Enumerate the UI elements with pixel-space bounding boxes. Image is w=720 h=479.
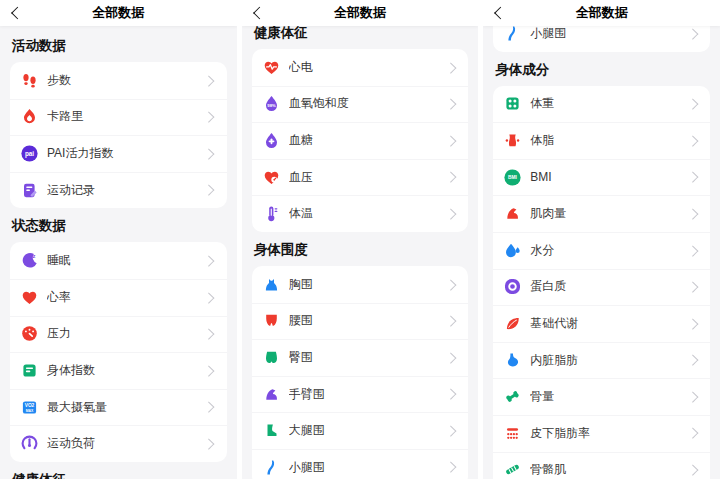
svg-text:BMI: BMI <box>508 175 517 180</box>
spo2-drop-icon: 98% <box>263 95 280 112</box>
list-item[interactable]: 压力 <box>10 316 227 353</box>
list-item-label: 血糖 <box>289 132 447 149</box>
list-item[interactable]: 内脏脂肪 <box>493 342 710 379</box>
chevron-right-icon <box>687 318 698 329</box>
list-item-label: 骨骼肌 <box>530 461 688 478</box>
chevron-right-icon <box>204 148 215 159</box>
arm-icon <box>263 386 280 403</box>
list-item[interactable]: 血糖 <box>252 122 469 159</box>
list-item[interactable]: 蛋白质 <box>493 269 710 306</box>
list-item-label: 臀围 <box>289 349 447 366</box>
chevron-left-icon[interactable] <box>253 7 266 20</box>
vo2max-icon: VO2MAX <box>21 399 38 416</box>
list-item[interactable]: 体温 <box>252 195 469 232</box>
card: 心电98%血氧饱和度血糖血压体温 <box>252 49 469 232</box>
chevron-left-icon[interactable] <box>11 7 24 20</box>
list-item[interactable]: 体重 <box>493 86 710 123</box>
header: 全部数据 <box>483 0 720 26</box>
phone-screen: 全部数据健康体征心电98%血氧饱和度血糖血压体温身体围度胸围腰围臀围手臂围大腿围… <box>242 0 479 479</box>
chevron-right-icon <box>687 428 698 439</box>
card: 体重体脂BMIBMI肌肉量水分蛋白质基础代谢内脏脂肪骨量皮下脂肪率骨骼肌 <box>493 86 710 479</box>
list-item-label: 压力 <box>47 325 205 342</box>
metabolism-leaf-icon <box>504 315 521 332</box>
list-item-label: 水分 <box>530 242 688 259</box>
chevron-right-icon <box>687 135 698 146</box>
list-item[interactable]: 肌肉量 <box>493 195 710 232</box>
list-item[interactable]: 腰围 <box>252 303 469 340</box>
stress-icon <box>21 325 38 342</box>
heart-icon <box>21 289 38 306</box>
card: 胸围腰围臀围手臂围大腿围小腿围 <box>252 266 469 479</box>
chevron-right-icon <box>204 292 215 303</box>
protein-icon <box>504 278 521 295</box>
list-item[interactable]: 皮下脂肪率 <box>493 415 710 452</box>
chevron-right-icon <box>687 282 698 293</box>
chevron-right-icon <box>687 391 698 402</box>
list-item[interactable]: 水分 <box>493 232 710 269</box>
list-item-label: 体温 <box>289 205 447 222</box>
list-item-label: 血压 <box>289 169 447 186</box>
bmi-icon: BMI <box>504 169 521 186</box>
list-item-label: 内脏脂肪 <box>530 352 688 369</box>
workout-record-icon <box>21 182 38 199</box>
section-title: 身体成分 <box>495 62 708 78</box>
chevron-right-icon <box>687 245 698 256</box>
chevron-right-icon <box>445 279 456 290</box>
list-item[interactable]: 手臂围 <box>252 376 469 413</box>
list-item[interactable]: 运动记录 <box>10 172 227 209</box>
app: 全部数据活动数据步数卡路里paiPAI活力指数运动记录状态数据z睡眠心率压力身体… <box>0 0 720 479</box>
list-item-label: BMI <box>530 170 688 184</box>
list-item-label: 体重 <box>530 95 688 112</box>
calf-icon <box>504 25 521 42</box>
list-item[interactable]: 身体指数 <box>10 352 227 389</box>
list-item-label: 手臂围 <box>289 386 447 403</box>
chevron-right-icon <box>204 402 215 413</box>
list-item[interactable]: 运动负荷 <box>10 425 227 462</box>
list-item[interactable]: 臀围 <box>252 339 469 376</box>
list-item-label: 腰围 <box>289 312 447 329</box>
visceral-fat-icon <box>504 352 521 369</box>
scroll-content: 小腿围身体成分体重体脂BMIBMI肌肉量水分蛋白质基础代谢内脏脂肪骨量皮下脂肪率… <box>483 3 720 479</box>
list-item[interactable]: 血压 <box>252 159 469 196</box>
list-item-label: 最大摄氧量 <box>47 399 205 416</box>
list-item[interactable]: 卡路里 <box>10 99 227 136</box>
scroll-content: 活动数据步数卡路里paiPAI活力指数运动记录状态数据z睡眠心率压力身体指数VO… <box>0 26 237 479</box>
list-item-label: 皮下脂肪率 <box>530 425 688 442</box>
list-item[interactable]: 骨量 <box>493 378 710 415</box>
section-title: 健康体征 <box>254 25 467 41</box>
list-item[interactable]: z睡眠 <box>10 242 227 279</box>
list-item-label: 心率 <box>47 289 205 306</box>
body-fat-icon <box>504 132 521 149</box>
list-item[interactable]: 基础代谢 <box>493 305 710 342</box>
list-item[interactable]: 体脂 <box>493 122 710 159</box>
chevron-right-icon <box>204 112 215 123</box>
svg-text:pai: pai <box>25 150 34 158</box>
list-item-label: 小腿围 <box>289 459 447 476</box>
calf-icon <box>263 459 280 476</box>
list-item[interactable]: 骨骼肌 <box>493 452 710 479</box>
chevron-right-icon <box>204 75 215 86</box>
thigh-icon <box>263 422 280 439</box>
list-item[interactable]: 大腿围 <box>252 412 469 449</box>
section-title: 健康体征 <box>12 472 225 479</box>
list-item-label: 骨量 <box>530 388 688 405</box>
list-item-label: 蛋白质 <box>530 278 688 295</box>
list-item[interactable]: paiPAI活力指数 <box>10 135 227 172</box>
list-item[interactable]: BMIBMI <box>493 159 710 196</box>
list-item[interactable]: 心电 <box>252 49 469 86</box>
list-item[interactable]: 98%血氧饱和度 <box>252 86 469 123</box>
list-item[interactable]: 心率 <box>10 279 227 316</box>
list-item-label: 肌肉量 <box>530 205 688 222</box>
list-item-label: 基础代谢 <box>530 315 688 332</box>
list-item-label: 运动记录 <box>47 182 205 199</box>
svg-text:VO2: VO2 <box>25 403 35 408</box>
page-title: 全部数据 <box>576 0 628 26</box>
chevron-right-icon <box>204 438 215 449</box>
chevron-left-icon[interactable] <box>494 7 507 20</box>
chevron-right-icon <box>204 365 215 376</box>
list-item[interactable]: 步数 <box>10 62 227 99</box>
list-item[interactable]: 小腿围 <box>252 449 469 479</box>
list-item[interactable]: VO2MAX最大摄氧量 <box>10 389 227 426</box>
list-item[interactable]: 胸围 <box>252 266 469 303</box>
list-item-label: 心电 <box>289 59 447 76</box>
